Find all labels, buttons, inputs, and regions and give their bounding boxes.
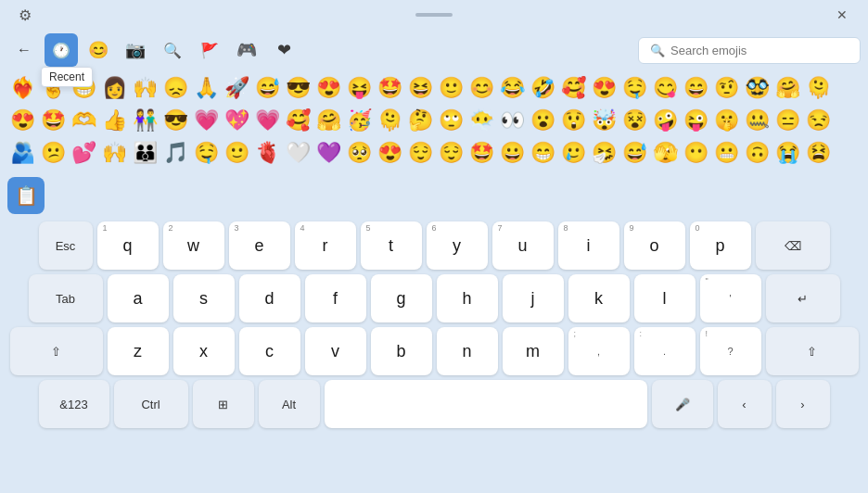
gamepad-button[interactable]: 🎮 (230, 33, 263, 67)
emoji-cell[interactable]: 🤔 (405, 105, 435, 136)
emoji-cell[interactable]: 😭 (772, 137, 802, 169)
emoji-cell[interactable]: 😌 (405, 137, 435, 169)
emoji-cell[interactable]: 😍 (7, 105, 37, 136)
keyboard-key-d[interactable]: d (239, 274, 300, 322)
emoji-cell[interactable]: 💜 (313, 137, 343, 169)
keyboard-key-k[interactable]: k (568, 274, 630, 322)
emoji-cell[interactable]: 😀 (497, 137, 527, 169)
keyboard-key-p[interactable]: 0p (690, 221, 751, 270)
emoji-cell[interactable]: ❤️‍🔥 (7, 72, 37, 104)
recent-button[interactable]: 🕐 (45, 33, 78, 67)
emoji-cell[interactable]: 😊 (466, 72, 496, 104)
emoji-cell[interactable]: 💗 (252, 105, 282, 136)
keyboard-key-›[interactable]: › (776, 380, 830, 428)
keyboard-key-t[interactable]: 5t (361, 221, 422, 270)
keyboard-key-z[interactable]: z (108, 327, 169, 375)
keyboard-key-Ctrl[interactable]: Ctrl (114, 380, 188, 428)
emoji-cell[interactable]: 😑 (772, 105, 802, 136)
emoji-cell[interactable]: 🤤 (619, 72, 649, 104)
emoji-cell[interactable]: 🫠 (803, 72, 833, 104)
emoji-cell[interactable]: 🤤 (191, 137, 221, 169)
keyboard-key-Alt[interactable]: Alt (259, 380, 320, 428)
clipboard-button[interactable]: 📋 (7, 177, 45, 214)
keyboard-key-o[interactable]: 9o (624, 221, 685, 270)
keyboard-key-⇧[interactable]: ⇧ (10, 327, 103, 375)
emoji-cell[interactable]: 🤧 (589, 137, 619, 169)
emoji-cell[interactable]: 🚀 (222, 72, 251, 104)
emoji-cell[interactable]: 🤗 (313, 105, 343, 136)
emoji-cell[interactable]: 🙏 (191, 72, 221, 104)
emoji-cell[interactable]: 😝 (344, 72, 374, 104)
emoji-cell[interactable]: 🤍 (283, 137, 313, 169)
keyboard-key-i[interactable]: 8i (558, 221, 619, 270)
emoji-cell[interactable]: 😕 (38, 137, 68, 169)
emoji-cell[interactable]: 😁 (69, 72, 98, 104)
emoji-cell[interactable]: 😅 (252, 72, 282, 104)
keyboard-key-?[interactable]: !? (700, 327, 761, 375)
emoji-cell[interactable]: 🤩 (375, 72, 404, 104)
keyboard-key-Tab[interactable]: Tab (29, 274, 103, 322)
emoji-cell[interactable]: 🙄 (436, 105, 466, 136)
emoji-cell[interactable]: 🤩 (38, 105, 68, 136)
keyboard-key-a[interactable]: a (108, 274, 169, 322)
emoji-cell[interactable]: 😍 (313, 72, 343, 104)
keyboard-key-,[interactable]: ;, (568, 327, 630, 375)
emoji-cell[interactable]: 😮 (528, 105, 557, 136)
emoji-cell[interactable]: 😶 (681, 137, 710, 169)
settings-button[interactable]: ⚙ (11, 1, 39, 29)
keyboard-key-c[interactable]: c (239, 327, 300, 375)
heart-button[interactable]: ❤ (267, 33, 300, 67)
keyboard-key-v[interactable]: v (305, 327, 366, 375)
emoji-cell[interactable]: 🙌 (99, 137, 129, 169)
emoji-cell[interactable]: 👩 (99, 72, 129, 104)
keyboard-key-↵[interactable]: ↵ (766, 274, 840, 322)
emoji-cell[interactable]: 😫 (803, 137, 833, 169)
emoji-cell[interactable]: 🤪 (650, 105, 680, 136)
emoji-cell[interactable]: 😎 (283, 72, 313, 104)
emoji-cell[interactable]: 👍 (99, 105, 129, 136)
flag-button[interactable]: 🚩 (193, 33, 226, 67)
keyboard-key-f[interactable]: f (305, 274, 366, 322)
emoji-cell[interactable]: 😍 (375, 137, 404, 169)
emoji-cell[interactable]: 💖 (222, 105, 251, 136)
keyboard-key-h[interactable]: h (437, 274, 498, 322)
emoji-cell[interactable]: 😆 (405, 72, 435, 104)
emoji-cell[interactable]: 🙌 (130, 72, 160, 104)
emoji-button[interactable]: 😊 (82, 33, 115, 67)
emoji-cell[interactable]: 😞 (160, 72, 190, 104)
keyboard-key-j[interactable]: j (503, 274, 564, 322)
keyboard-key-u[interactable]: 7u (492, 221, 554, 270)
back-button[interactable]: ← (7, 33, 41, 67)
keyboard-key-space[interactable] (325, 380, 647, 428)
emoji-cell[interactable]: 🥰 (558, 72, 588, 104)
keyboard-key-q[interactable]: 1q (97, 221, 159, 270)
emoji-cell[interactable]: 🫂 (7, 137, 37, 169)
keyboard-key-x[interactable]: x (173, 327, 235, 375)
keyboard-key-⇧[interactable]: ⇧ (766, 327, 859, 375)
emoji-cell[interactable]: 😁 (528, 137, 557, 169)
emoji-cell[interactable]: 😬 (711, 137, 741, 169)
emoji-cell[interactable]: 😶‍🌫️ (466, 105, 496, 136)
emoji-cell[interactable]: 🥲 (558, 137, 588, 169)
emoji-cell[interactable]: 😅 (619, 137, 649, 169)
search-box[interactable]: 🔍 (638, 37, 861, 64)
emoji-cell[interactable]: 💗 (191, 105, 221, 136)
emoji-cell[interactable]: 🤫 (711, 105, 741, 136)
keyboard-key-&123[interactable]: &123 (39, 380, 109, 428)
emoji-cell[interactable]: 😜 (681, 105, 710, 136)
keyboard-key-‹[interactable]: ‹ (718, 380, 772, 428)
emoji-cell[interactable]: 🤣 (528, 72, 557, 104)
emoji-cell[interactable]: 🥺 (344, 137, 374, 169)
emoji-cell[interactable]: 😄 (681, 72, 710, 104)
emoji-cell[interactable]: 🫠 (375, 105, 404, 136)
emoji-cell[interactable]: 😲 (558, 105, 588, 136)
camera-button[interactable]: 📷 (119, 33, 152, 67)
emoji-cell[interactable]: 💕 (69, 137, 98, 169)
emoji-cell[interactable]: 🙂 (436, 72, 466, 104)
emoji-cell[interactable]: 😒 (803, 105, 833, 136)
emoji-cell[interactable]: 🤩 (466, 137, 496, 169)
keyboard-key-b[interactable]: b (371, 327, 432, 375)
emoji-cell[interactable]: 🥰 (283, 105, 313, 136)
emoji-cell[interactable]: 🥳 (344, 105, 374, 136)
keyboard-key-⌫[interactable]: ⌫ (756, 221, 830, 270)
